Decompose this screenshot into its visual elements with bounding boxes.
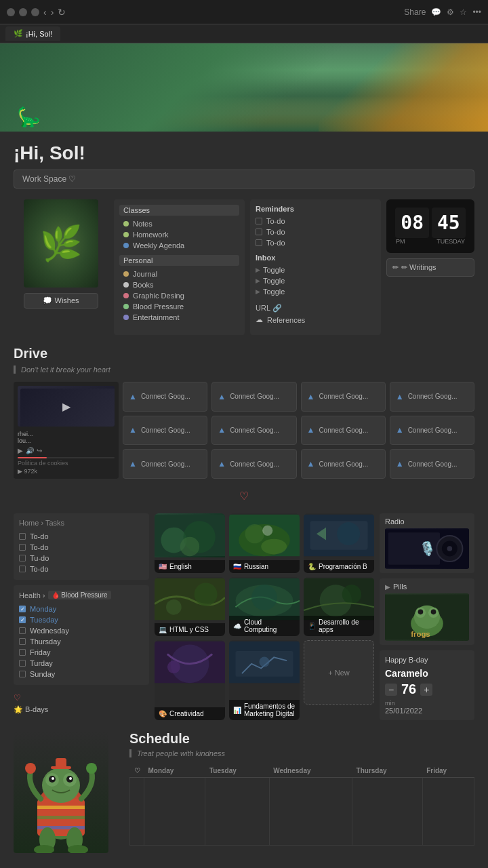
- day-sunday[interactable]: Sunday: [19, 669, 144, 679]
- course-english[interactable]: 🇺🇸 English: [155, 513, 225, 573]
- win-max-btn[interactable]: [31, 8, 39, 16]
- clock-day: TUESDAY: [436, 238, 465, 245]
- menu-homework[interactable]: Homework: [119, 229, 239, 240]
- drive-item-10[interactable]: ▲ Connect Goog...: [211, 449, 296, 479]
- day-check-tuesday[interactable]: [19, 616, 26, 623]
- menu-books[interactable]: Books: [119, 279, 239, 290]
- drive-item-5[interactable]: ▲ Connect Goog...: [123, 416, 207, 446]
- schedule-heart-header: ♡: [130, 764, 144, 778]
- day-check-sunday[interactable]: [19, 671, 26, 677]
- radio-box: Radio: [380, 513, 474, 573]
- task-check-4[interactable]: [19, 566, 26, 572]
- checkbox-2[interactable]: [256, 229, 262, 235]
- course-marketing[interactable]: 📊 Fundamentos de Marketing Digital: [229, 640, 300, 720]
- course-creatividad[interactable]: 🎨 Creatividad: [155, 640, 225, 720]
- star-icon[interactable]: ☆: [460, 7, 467, 17]
- menu-notes[interactable]: Notes: [119, 218, 239, 229]
- active-tab[interactable]: 🌿 ¡Hi, Sol!: [5, 26, 60, 41]
- task-todo-3[interactable]: Tu-do: [19, 553, 144, 564]
- course-russian[interactable]: 🇷🇺 Russian: [229, 513, 300, 573]
- drive-item-4[interactable]: ▲ Connect Goog...: [390, 382, 474, 412]
- day-check-turday[interactable]: [19, 660, 26, 667]
- day-wednesday[interactable]: Wednesday: [19, 625, 144, 636]
- play-icon[interactable]: ▶: [18, 447, 23, 454]
- back-btn[interactable]: ‹: [43, 7, 47, 18]
- day-check-friday[interactable]: [19, 649, 26, 656]
- checkbox-3[interactable]: [256, 239, 262, 246]
- bdays-item[interactable]: 🌟 B-days: [14, 705, 149, 714]
- drive-item-1[interactable]: ▲ Connect Goog...: [123, 382, 207, 412]
- ent-dot: [123, 315, 129, 320]
- course-cloud[interactable]: ☁️ Cloud Computing: [229, 577, 300, 637]
- win-min-btn[interactable]: [19, 8, 27, 16]
- day-check-wednesday[interactable]: [19, 627, 26, 634]
- drive-item-9[interactable]: ▲ Connect Goog...: [123, 449, 207, 479]
- menu-graphic[interactable]: Graphic Desing: [119, 290, 239, 301]
- bday-minus-btn[interactable]: −: [385, 684, 397, 696]
- drive-item-12[interactable]: ▲ Connect Goog...: [390, 449, 474, 479]
- menu-journal[interactable]: Journal: [119, 269, 239, 279]
- references-item[interactable]: ☁ References: [256, 314, 375, 326]
- day-check-monday[interactable]: [19, 606, 26, 612]
- pills-box: ▶ Pills frogs: [380, 578, 474, 645]
- menu-icon[interactable]: •••: [472, 7, 481, 17]
- page-content: ¡Hi, Sol! Work Space ♡ 💭 Wishes Classes …: [0, 132, 488, 868]
- course-html[interactable]: 💻 HTML y CSS: [155, 577, 225, 637]
- music-icon-2[interactable]: ↪: [37, 447, 42, 454]
- day-turday[interactable]: Turday: [19, 658, 144, 669]
- day-tuesday[interactable]: Tuesday: [19, 614, 144, 625]
- task-todo-4[interactable]: To-do: [19, 564, 144, 574]
- schedule-cell-tue-1: [205, 778, 269, 846]
- todo-2[interactable]: To-do: [256, 226, 375, 237]
- creatividad-flag: 🎨: [159, 710, 167, 717]
- todo-3[interactable]: To-do: [256, 237, 375, 248]
- task-todo-1[interactable]: To-do: [19, 531, 144, 542]
- url-item[interactable]: URL 🔗: [256, 302, 375, 314]
- task-todo-2[interactable]: To-do: [19, 542, 144, 553]
- task-check-1[interactable]: [19, 533, 26, 540]
- todo-1[interactable]: To-do: [256, 216, 375, 226]
- drive-item-7[interactable]: ▲ Connect Goog...: [301, 416, 386, 446]
- settings-icon[interactable]: ⚙: [447, 7, 454, 17]
- add-new-card[interactable]: + New: [304, 640, 374, 705]
- clock-ampm: PM: [396, 238, 405, 245]
- win-close-btn[interactable]: [7, 8, 15, 16]
- course-programacion[interactable]: 🐍 Programación B: [304, 513, 374, 573]
- schedule-row-1: [130, 778, 474, 846]
- toggle-3[interactable]: ▶ Toggle: [256, 286, 375, 297]
- day-monday[interactable]: Monday: [19, 604, 144, 614]
- music-controls[interactable]: ▶ 🔊 ↪: [18, 447, 115, 454]
- toggle-1[interactable]: ▶ Toggle: [256, 264, 375, 275]
- drive-item-6[interactable]: ▲ Connect Goog...: [211, 416, 296, 446]
- day-thursday[interactable]: Thursday: [19, 636, 144, 647]
- menu-cell: Classes Notes Homework Weekly Agenda Per…: [114, 199, 245, 335]
- wishes-button[interactable]: 💭 Wishes: [24, 293, 98, 309]
- writings-cell[interactable]: ✏ ✏ Writings: [386, 258, 474, 277]
- drive-item-8[interactable]: ▲ Connect Goog...: [390, 416, 474, 446]
- hero-flowers: [319, 43, 488, 132]
- checkbox-1[interactable]: [256, 218, 262, 224]
- refresh-btn[interactable]: ↻: [58, 7, 66, 18]
- forward-btn[interactable]: ›: [51, 7, 54, 18]
- graphic-dot: [123, 293, 129, 298]
- bday-plus-btn[interactable]: +: [420, 684, 432, 696]
- share-button[interactable]: Share: [404, 7, 426, 17]
- references-icon: ☁: [256, 315, 263, 324]
- menu-weekly-agenda[interactable]: Weekly Agenda: [119, 240, 239, 251]
- day-check-thursday[interactable]: [19, 638, 26, 645]
- music-icon-1[interactable]: 🔊: [26, 447, 34, 454]
- task-check-3[interactable]: [19, 555, 26, 561]
- toggle-2[interactable]: ▶ Toggle: [256, 275, 375, 286]
- drive-item-2[interactable]: ▲ Connect Goog...: [211, 382, 296, 412]
- course-desarrollo[interactable]: 📱 Desarrollo de apps: [304, 577, 374, 637]
- day-friday[interactable]: Friday: [19, 647, 144, 658]
- workspace-bar[interactable]: Work Space ♡: [14, 170, 474, 189]
- menu-entertainment[interactable]: Entertainment: [119, 312, 239, 323]
- russian-label: 🇷🇺 Russian: [229, 560, 300, 573]
- menu-blood-pressure[interactable]: Blood Pressure: [119, 301, 239, 312]
- task-check-2[interactable]: [19, 544, 26, 551]
- drive-item-11[interactable]: ▲ Connect Goog...: [301, 449, 386, 479]
- drive-item-3[interactable]: ▲ Connect Goog...: [301, 382, 386, 412]
- radio-title: Radio: [385, 517, 469, 526]
- music-player[interactable]: rhei...lou... ▶ 🔊 ↪ Politica de cookies …: [14, 382, 119, 479]
